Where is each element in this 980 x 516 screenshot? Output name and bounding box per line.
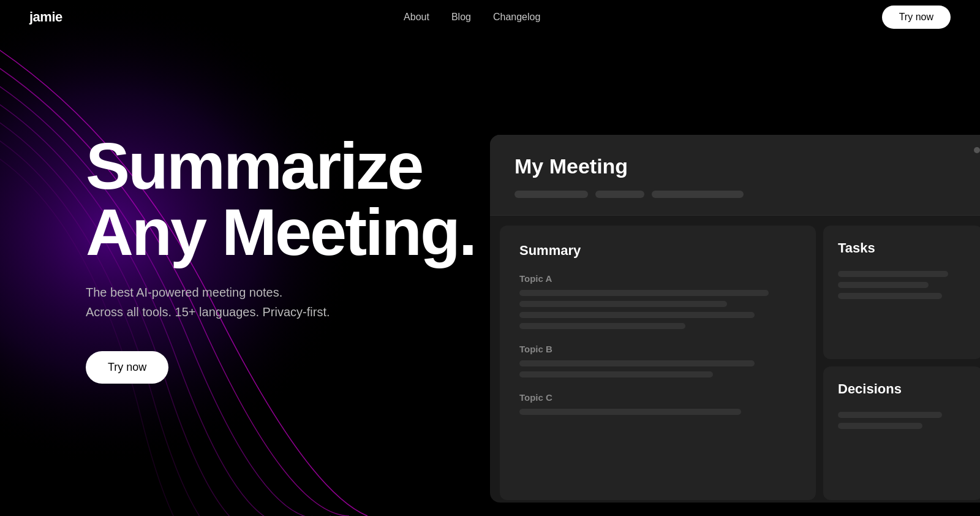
topic-a-label: Topic A <box>519 273 796 284</box>
tag-skeleton-3 <box>652 191 744 198</box>
skeleton-line <box>838 293 942 299</box>
decisions-panel: Decisions <box>823 366 980 500</box>
topic-c-label: Topic C <box>519 392 796 403</box>
skeleton-line <box>519 290 769 296</box>
tag-skeleton-1 <box>514 191 588 198</box>
summary-title: Summary <box>519 243 796 259</box>
hero-subtitle-line1: The best AI-powered meeting notes. <box>86 286 282 299</box>
skeleton-line <box>838 282 929 288</box>
hero-try-button[interactable]: Try now <box>86 351 168 384</box>
meeting-body: Summary Topic A Topic B Topic C <box>490 216 980 503</box>
right-panels: Tasks Decisions <box>823 226 980 500</box>
hero-title-line2: Any Meeting. <box>86 195 475 269</box>
nav-about[interactable]: About <box>404 12 429 23</box>
tasks-title: Tasks <box>838 240 968 256</box>
nav-links: About Blog Changelog <box>404 12 540 23</box>
nav-changelog[interactable]: Changelog <box>493 12 540 23</box>
tag-skeleton-2 <box>595 191 644 198</box>
tasks-panel: Tasks <box>823 226 980 359</box>
skeleton-line <box>838 412 942 418</box>
skeleton-line <box>519 323 685 329</box>
skeleton-line <box>519 360 755 366</box>
skeleton-line <box>519 371 713 378</box>
hero-subtitle: The best AI-powered meeting notes. Acros… <box>86 283 343 322</box>
topic-c-section: Topic C <box>519 392 796 415</box>
skeleton-line <box>519 301 727 307</box>
meeting-card: My Meeting Summary Topic A <box>490 135 980 503</box>
hero-title: Summarize Any Meeting. <box>86 133 551 265</box>
skeleton-line <box>838 423 922 429</box>
decisions-title: Decisions <box>838 381 968 397</box>
topic-a-section: Topic A <box>519 273 796 329</box>
demo-ui-card: My Meeting Summary Topic A <box>490 37 980 503</box>
navbar: jamie About Blog Changelog Try now <box>0 0 980 34</box>
nav-try-button[interactable]: Try now <box>882 6 951 29</box>
hero-title-line1: Summarize <box>86 129 422 203</box>
hero-section: Summarize Any Meeting. The best AI-power… <box>0 0 551 516</box>
skeleton-line <box>519 409 741 415</box>
summary-panel: Summary Topic A Topic B Topic C <box>500 226 816 500</box>
meeting-tags <box>514 191 968 198</box>
topic-b-label: Topic B <box>519 344 796 354</box>
nav-blog[interactable]: Blog <box>451 12 471 23</box>
meeting-header: My Meeting <box>490 135 980 216</box>
skeleton-line <box>838 271 948 277</box>
hero-subtitle-line2: Across all tools. 15+ languages. Privacy… <box>86 305 330 319</box>
site-logo[interactable]: jamie <box>29 9 62 25</box>
meeting-title: My Meeting <box>514 154 968 178</box>
topic-b-section: Topic B <box>519 344 796 378</box>
skeleton-line <box>519 312 755 318</box>
card-status-dot <box>974 147 980 153</box>
